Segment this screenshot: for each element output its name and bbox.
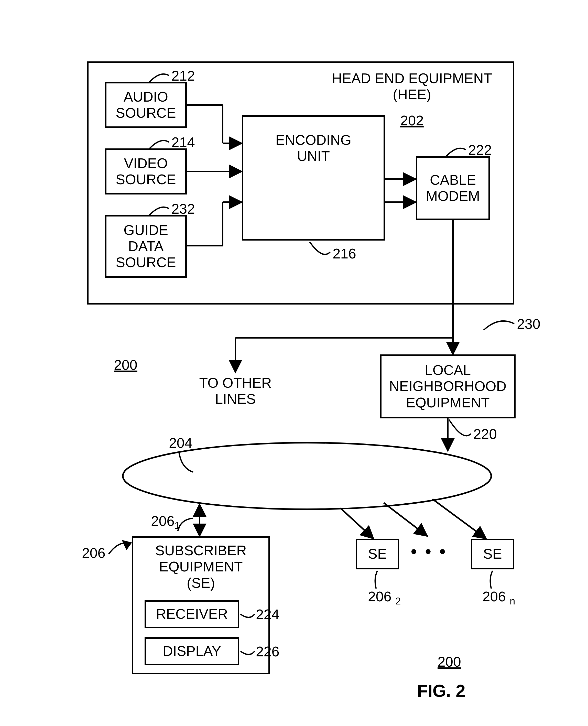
lne-box: LOCAL NEIGHBORHOOD EQUIPMENT (380, 354, 516, 418)
fig-ref-bottom: 200 (438, 654, 461, 670)
encoding-ref: 216 (333, 246, 356, 262)
display-box: DISPLAY (145, 637, 239, 665)
se-big-line1: SUBSCRIBER (142, 542, 260, 559)
se-ref-n-sub: n (510, 596, 515, 606)
audio-ref: 212 (171, 68, 195, 84)
se-ref-n: 206 n (482, 588, 515, 607)
se-group-ref: 206 (82, 545, 105, 561)
ellipsis-dots: • • • (411, 541, 447, 562)
leader-206-group-arrowhead (122, 540, 132, 550)
guide-source-box: GUIDE DATA SOURCE (105, 215, 187, 278)
leader-230 (484, 321, 514, 330)
se-big-title: SUBSCRIBER EQUIPMENT (SE) (142, 542, 260, 591)
se-ref-1-sub: 1 (174, 520, 180, 531)
video-ref: 214 (171, 134, 195, 150)
fig-ref-left: 200 (114, 357, 138, 373)
leader-204 (179, 453, 193, 472)
guide-ref: 232 (171, 201, 195, 217)
conn-dn-sen (433, 499, 486, 539)
se-ref-n-num: 206 (482, 588, 506, 604)
cable-ref: 222 (468, 142, 492, 158)
se-big-line3: (SE) (142, 575, 260, 591)
video-source-box: VIDEO SOURCE (105, 148, 187, 194)
hee-title-line1: HEAD END EQUIPMENT (322, 70, 502, 86)
line-230-ref: 230 (517, 316, 540, 332)
conn-dn-mid (384, 503, 427, 536)
se-ref-1-num: 206 (151, 513, 174, 529)
se-ref-2-num: 206 (368, 588, 392, 604)
to-other-lines: TO OTHER LINES (191, 375, 280, 408)
se-ref-2: 206 2 (368, 588, 401, 607)
leader-206-group (109, 543, 130, 554)
conn-dn-se2 (340, 508, 374, 539)
dist-net-text: DISTRIBUTION NETWORK (235, 461, 379, 493)
hee-title: HEAD END EQUIPMENT (HEE) (322, 70, 502, 103)
receiver-box: RECEIVER (145, 600, 239, 628)
leader-206-2 (375, 571, 377, 588)
hee-ref: 202 (397, 112, 427, 129)
figure-caption: FIG. 2 (417, 681, 465, 701)
se-ref-1: 2061 (151, 513, 180, 531)
display-ref: 226 (256, 644, 279, 660)
se-small-box-2: SE (356, 539, 399, 569)
se-small-box-n: SE (471, 539, 514, 569)
hee-title-line2: (HEE) (322, 86, 502, 103)
receiver-ref: 224 (256, 606, 279, 623)
leader-220 (449, 420, 471, 436)
encoding-unit-box: ENCODING UNIT (242, 115, 385, 241)
lne-ref: 220 (474, 426, 497, 442)
leader-206-n (490, 571, 492, 588)
dist-ref: 204 (169, 435, 192, 451)
se-ref-2-sub: 2 (395, 596, 401, 606)
leader-206-1 (178, 518, 193, 531)
cable-modem-box: CABLE MODEM (416, 156, 490, 220)
audio-source-box: AUDIO SOURCE (105, 82, 187, 128)
se-big-line2: EQUIPMENT (142, 559, 260, 575)
